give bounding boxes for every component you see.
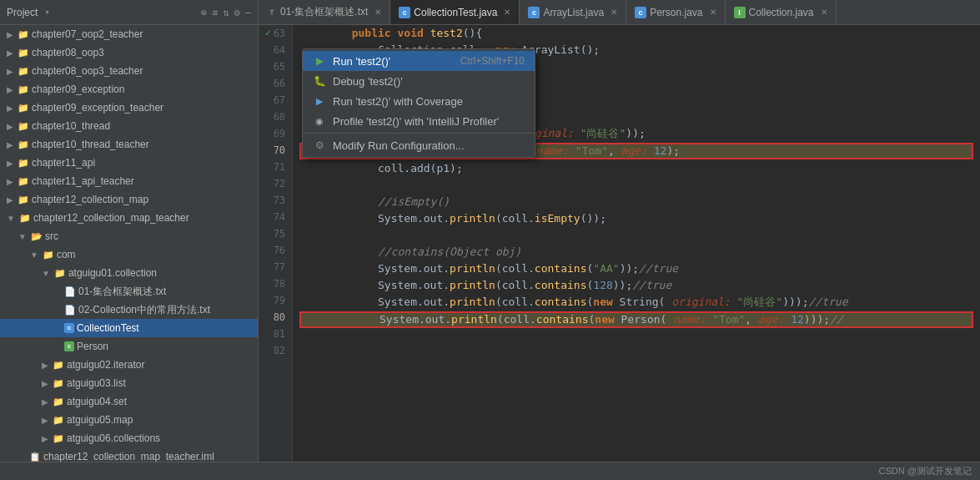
menu-label: Profile 'test2()' with 'IntelliJ Profile… [333,115,499,128]
tab-label: ArrayList.java [543,7,604,18]
tab-label: Person.java [650,7,702,18]
minimize-icon[interactable]: — [245,7,251,18]
code-line-77: System.out.println(coll.contains("AA"));… [299,260,973,277]
sidebar-item-ch11t[interactable]: ▶ 📁 chapter11_api_teacher [0,172,258,190]
sidebar-item-ch10t[interactable]: ▶ 📁 chapter10_thread_teacher [0,135,258,154]
arrow-icon: ▶ [7,195,13,205]
java-icon: c [635,7,646,18]
sidebar-item-ch12iml[interactable]: 📋 chapter12_collection_map_teacher.iml [0,447,258,462]
line-num-67: 67 [265,92,285,109]
menu-item-coverage[interactable]: ▶ Run 'test2()' with Coverage [303,91,535,111]
item-label: atguigu05.map [67,414,133,426]
tab-collection[interactable]: I Collection.java ✕ [726,0,837,24]
item-label: 01-集合框架概述.txt [78,285,166,299]
sidebar-item-ch08[interactable]: ▶ 📁 chapter08_oop3 [0,43,258,62]
arrow-icon: ▼ [7,214,15,223]
tab-close-btn[interactable]: ✕ [710,8,716,17]
tab-person[interactable]: c Person.java ✕ [626,0,725,24]
tab-collection-test[interactable]: c CollectionTest.java ✕ [390,0,520,24]
folder-icon: 📁 [18,158,29,169]
folder-icon: 📁 [53,378,64,389]
sidebar-item-txt01[interactable]: 📄 01-集合框架概述.txt [0,282,258,301]
sidebar-item-com[interactable]: ▼ 📁 com [0,245,258,264]
line-num-69: 69 [265,125,285,142]
txt-file-icon: 📄 [64,286,76,297]
folder-icon: 📁 [18,48,29,58]
list-icon[interactable]: ≡ [212,7,218,18]
project-label: Project [7,7,38,18]
main-area: ▶ 📁 chapter07_oop2_teacher ▶ 📁 chapter08… [0,25,980,462]
sidebar-item-atguigu04[interactable]: ▶ 📁 atguigu04.set [0,392,258,411]
folder-icon: 📁 [18,176,29,187]
line-num-72: 72 [265,175,285,192]
tab-arraylist[interactable]: c ArrayList.java ✕ [520,0,626,24]
line-num-82: 82 [265,342,285,359]
line-num-76: 76 [265,242,285,259]
tab-bar: Project ▾ ⊕ ≡ ⇅ ⚙ — T 01-集合框架概述.txt ✕ c … [0,0,980,25]
line-num-71: 71 [265,159,285,175]
tab-txt01[interactable]: T 01-集合框架概述.txt ✕ [259,0,390,24]
java-c-file-icon: c [64,341,74,351]
sidebar-item-txt02[interactable]: 📄 02-Collection中的常用方法.txt [0,301,258,319]
menu-item-run[interactable]: ▶ Run 'test2()' Ctrl+Shift+F10 [303,51,535,71]
code-line-82 [299,346,973,362]
menu-item-debug[interactable]: 🐛 Debug 'test2()' [303,71,535,91]
folder-icon: 📁 [18,139,29,150]
menu-item-profiler[interactable]: ◉ Profile 'test2()' with 'IntelliJ Profi… [303,111,535,131]
sort-icon[interactable]: ⇅ [223,7,229,18]
arrow-icon: ▶ [7,177,13,186]
sidebar-item-atguigu02[interactable]: ▶ 📁 atguigu02.iterator [0,356,258,374]
arrow-icon: ▶ [7,67,13,76]
item-label: atguigu03.list [67,377,126,389]
sidebar-item-ch12t[interactable]: ▼ 📁 chapter12_collection_map_teacher [0,209,258,227]
java-file-icon: c [64,323,74,333]
sidebar-item-atguigu01[interactable]: ▼ 📁 atguigu01.collection [0,264,258,282]
line-num-74: 74 [265,209,285,225]
item-label: com [57,249,76,260]
txt-icon: T [267,8,277,18]
item-label: chapter07_oop2_teacher [32,28,143,40]
code-line-73: //isEmpty() [299,194,973,210]
sidebar-item-ch11[interactable]: ▶ 📁 chapter11_api [0,154,258,172]
item-label: src [45,230,58,242]
sidebar-item-person[interactable]: c Person [0,337,258,356]
arrow-icon: ▶ [42,434,48,443]
tab-close-btn[interactable]: ✕ [821,8,827,17]
arrow-icon: ▼ [42,269,50,278]
sync-icon[interactable]: ⊕ [201,7,207,18]
coverage-icon: ▶ [313,94,326,108]
folder-icon: 📁 [54,268,66,279]
settings-icon[interactable]: ⚙ [234,7,240,18]
profiler-icon: ◉ [313,114,326,128]
menu-label: Debug 'test2()' [333,75,403,88]
tab-close-btn[interactable]: ✕ [374,8,381,17]
item-label: chapter08_oop3_teacher [32,65,143,77]
src-folder-icon: 📂 [31,231,43,242]
sidebar-item-ch08t[interactable]: ▶ 📁 chapter08_oop3_teacher [0,62,258,80]
line-num-64: 64 [265,42,285,58]
sidebar-item-ch09[interactable]: ▶ 📁 chapter09_exception [0,80,258,99]
sidebar-item-src[interactable]: ▼ 📂 src [0,227,258,245]
sidebar-item-atguigu03[interactable]: ▶ 📁 atguigu03.list [0,374,258,392]
sidebar-item-ch12[interactable]: ▶ 📁 chapter12_collection_map [0,190,258,209]
arrow-icon: ▶ [7,159,13,168]
sidebar-item-atguigu05[interactable]: ▶ 📁 atguigu05.map [0,411,258,429]
iml-icon: 📋 [29,452,41,462]
arrow-icon: ▶ [7,140,13,149]
txt-file-icon: 📄 [64,305,76,316]
item-label: chapter12_collection_map [32,194,148,205]
java-icon: c [399,7,410,18]
line-num-75: 75 [265,225,285,242]
menu-item-modify[interactable]: ⚙ Modify Run Configuration... [303,135,535,155]
folder-icon: 📁 [53,415,64,426]
sidebar-item-collectiontest[interactable]: c CollectionTest [0,319,258,337]
item-label: atguigu01.collection [68,267,157,279]
sidebar-item-ch10[interactable]: ▶ 📁 chapter10_thread [0,117,258,135]
gear-icon: ⚙ [313,139,326,152]
tab-close-btn[interactable]: ✕ [611,8,617,17]
project-dropdown-icon[interactable]: ▾ [44,7,50,18]
sidebar-item-atguigu06[interactable]: ▶ 📁 atguigu06.collections [0,429,258,447]
sidebar-item-ch07[interactable]: ▶ 📁 chapter07_oop2_teacher [0,25,258,43]
sidebar-item-ch09t[interactable]: ▶ 📁 chapter09_exception_teacher [0,99,258,117]
tab-close-btn[interactable]: ✕ [504,8,510,17]
